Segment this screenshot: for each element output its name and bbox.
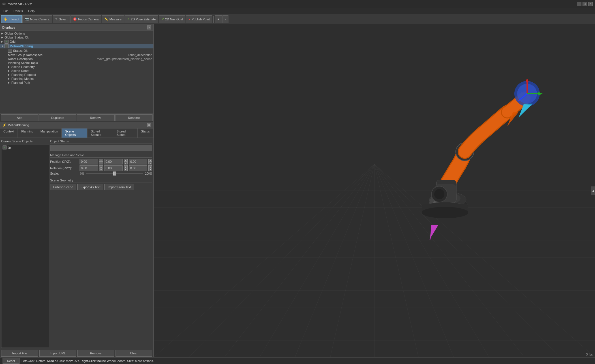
toolbar: ✋ Interact 📷 Move Camera ↖ Select 🎯 Focu… — [0, 14, 595, 24]
menu-help[interactable]: Help — [26, 9, 37, 13]
menu-panels[interactable]: Panels — [11, 9, 25, 13]
tab-stored-states[interactable]: Stored States — [113, 129, 138, 138]
tab-manipulation[interactable]: Manipulation — [37, 129, 62, 138]
pos-y-down[interactable]: ▼ — [124, 162, 128, 164]
tree-item-move-group[interactable]: Move Group Namespace robot_description — [0, 53, 153, 57]
move-camera-button[interactable]: 📷 Move Camera — [22, 15, 52, 23]
pos-x-spinner[interactable]: ▲ ▼ — [99, 159, 103, 164]
tab-scene-objects[interactable]: Scene Objects — [62, 129, 87, 138]
tree-arrow: ▶ — [8, 65, 11, 68]
toolbar-plus-button[interactable]: + — [215, 15, 222, 23]
displays-close-button[interactable]: ✕ — [147, 25, 151, 29]
tree-item-planning-request[interactable]: ▶ Planning Request — [0, 73, 153, 77]
pos-z-spinner[interactable]: ▲ ▼ — [148, 159, 152, 164]
add-display-button[interactable]: Add — [1, 114, 38, 121]
rotation-r-input[interactable] — [80, 165, 98, 171]
rot-y-up[interactable]: ▲ — [148, 165, 152, 168]
duplicate-display-button[interactable]: Duplicate — [39, 114, 77, 121]
displays-action-buttons: Add Duplicate Remove Rename — [0, 113, 153, 122]
object-status-input[interactable] — [50, 145, 152, 151]
position-z-input[interactable] — [129, 159, 147, 164]
tree-item-global-options[interactable]: ▶ Global Options — [0, 31, 153, 35]
pose-estimate-button[interactable]: ↗ 2D Pose Estimate — [125, 15, 158, 23]
app-title: moveit.rviz - RViz — [8, 2, 32, 6]
export-as-text-button[interactable]: Export As Text — [77, 184, 103, 190]
pos-z-up[interactable]: ▲ — [148, 159, 152, 162]
maximize-button[interactable]: □ — [583, 2, 587, 6]
svg-marker-36 — [538, 92, 543, 95]
nav-goal-button[interactable]: ↗ 2D Nav Goal — [159, 15, 185, 23]
rename-display-button[interactable]: Rename — [115, 114, 153, 121]
import-url-button[interactable]: Import URL — [39, 350, 76, 357]
publish-scene-button[interactable]: Publish Scene — [50, 184, 76, 190]
mp-checkbox[interactable] — [5, 44, 8, 48]
pos-x-down[interactable]: ▼ — [99, 162, 103, 164]
pos-z-down[interactable]: ▼ — [148, 162, 152, 164]
focus-icon: 🎯 — [73, 17, 77, 21]
mp-panel-close-button[interactable]: ✕ — [147, 123, 151, 127]
focus-camera-button[interactable]: 🎯 Focus Camera — [70, 15, 101, 23]
tab-stored-scenes[interactable]: Stored Scenes — [87, 129, 113, 138]
scene-object-tip[interactable]: ✓ tip — [1, 145, 49, 150]
rot-p-spinner[interactable]: ▲ ▼ — [124, 165, 128, 171]
tree-item-robot-desc[interactable]: Robot Description move_group/monitored_p… — [0, 57, 153, 61]
tree-item-global-status[interactable]: ▶ Global Status: Ok — [0, 35, 153, 39]
rot-r-up[interactable]: ▲ — [99, 165, 103, 168]
rot-r-down[interactable]: ▼ — [99, 168, 103, 171]
tree-item-planned-path[interactable]: ▶ Planned Path — [0, 81, 153, 85]
tree-item-planning-metrics[interactable]: ▶ Planning Metrics — [0, 77, 153, 81]
manage-pose-title: Manage Pose and Scale — [50, 153, 152, 158]
tree-item-scene-robot[interactable]: ▶ Scene Robot — [0, 69, 153, 73]
hand-icon: ✋ — [4, 17, 8, 21]
import-from-text-button[interactable]: Import From Text — [104, 184, 134, 190]
tree-item-grid[interactable]: ▶ Grid — [0, 39, 153, 44]
rot-p-up[interactable]: ▲ — [124, 165, 128, 168]
position-y-input[interactable] — [104, 159, 123, 164]
tree-item-planning-scene-topic[interactable]: Planning Scene Topic — [0, 61, 153, 65]
scale-slider[interactable] — [86, 173, 143, 174]
rot-y-down[interactable]: ▼ — [148, 168, 152, 171]
scene-objects-left-col: Current Scene Objects ✓ tip — [1, 139, 49, 348]
tree-item-motion-planning[interactable]: ▼ MotionPlanning — [0, 44, 153, 48]
pos-y-spinner[interactable]: ▲ ▼ — [124, 159, 128, 164]
rotation-y-input[interactable] — [129, 165, 147, 171]
clear-objects-button[interactable]: Clear — [115, 350, 153, 357]
measure-button[interactable]: 📏 Measure — [102, 15, 124, 23]
position-x-input[interactable] — [80, 159, 98, 164]
scene-geometry-section: Scene Geometry Publish Scene Export As T… — [50, 178, 152, 190]
3d-viewport[interactable]: 3 fps ◀ — [154, 24, 595, 357]
status-checkbox[interactable] — [8, 49, 12, 53]
mp-panel-title: MotionPlanning — [8, 123, 29, 127]
tree-item-scene-geometry[interactable]: ▶ Scene Geometry — [0, 65, 153, 69]
minimize-button[interactable]: ─ — [577, 2, 581, 6]
publish-point-button[interactable]: ● Publish Point — [186, 15, 212, 23]
tab-status[interactable]: Status — [138, 129, 153, 138]
rot-y-spinner[interactable]: ▲ ▼ — [148, 165, 152, 171]
pos-y-up[interactable]: ▲ — [124, 159, 128, 162]
tree-item-status-ok[interactable]: Status: Ok — [0, 48, 153, 53]
select-button[interactable]: ↖ Select — [53, 15, 70, 23]
rot-p-down[interactable]: ▼ — [124, 168, 128, 171]
pos-x-up[interactable]: ▲ — [99, 159, 103, 162]
grid-checkbox[interactable] — [5, 40, 8, 44]
scale-max-label: 200% — [145, 172, 152, 175]
rotation-p-input[interactable] — [104, 165, 123, 171]
cursor-icon: ↖ — [55, 17, 58, 21]
rot-r-spinner[interactable]: ▲ ▼ — [99, 165, 103, 171]
scene-geometry-buttons: Publish Scene Export As Text Import From… — [50, 184, 152, 190]
mp-tabs: Context Planning Manipulation Scene Obje… — [0, 129, 153, 138]
tip-checkbox[interactable]: ✓ — [3, 145, 7, 149]
menu-file[interactable]: File — [1, 9, 11, 13]
remove-display-button[interactable]: Remove — [77, 114, 115, 121]
reset-button[interactable]: Reset — [3, 358, 20, 364]
import-file-button[interactable]: Import File — [1, 350, 38, 357]
interact-button[interactable]: ✋ Interact — [1, 15, 22, 23]
viewport-collapse-button[interactable]: ◀ — [591, 187, 595, 195]
tab-context[interactable]: Context — [0, 129, 18, 138]
remove-object-button[interactable]: Remove — [77, 350, 114, 357]
main-content: Displays ✕ ▶ Global Options ▶ Global Sta… — [0, 24, 595, 357]
toolbar-minus-button[interactable]: - — [222, 15, 229, 23]
close-button[interactable]: ✕ — [588, 2, 593, 6]
camera-icon: 📷 — [25, 17, 29, 21]
tab-planning[interactable]: Planning — [18, 129, 37, 138]
